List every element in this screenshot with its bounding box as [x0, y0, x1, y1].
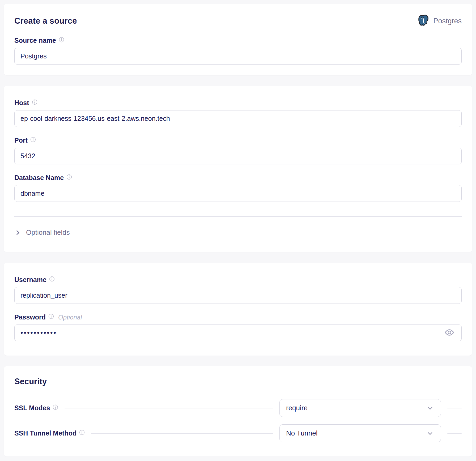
optional-fields-toggle[interactable]: Optional fields — [14, 228, 70, 237]
database-name-label-row: Database Name — [14, 174, 462, 182]
info-icon[interactable] — [59, 37, 64, 42]
source-name-field: Source name — [14, 37, 462, 65]
username-field: Username — [14, 276, 462, 304]
connection-card: Host Port Database Name — [4, 86, 472, 252]
security-heading: Security — [14, 377, 462, 386]
password-label: Password — [14, 313, 46, 321]
username-label: Username — [14, 276, 46, 284]
username-input[interactable] — [14, 287, 462, 304]
password-input-wrap — [14, 325, 462, 341]
info-icon[interactable] — [49, 276, 55, 282]
port-input[interactable] — [14, 148, 462, 164]
card-header: Create a source Postgres — [14, 14, 462, 28]
connector-badge: Postgres — [418, 14, 462, 28]
ssl-modes-label: SSL Modes — [14, 404, 50, 412]
ssh-tunnel-selected-value: No Tunnel — [286, 429, 318, 437]
info-icon[interactable] — [53, 404, 58, 410]
ssl-modes-label-row: SSL Modes — [14, 404, 58, 412]
password-field: Password Optional — [14, 313, 462, 341]
chevron-down-icon — [426, 430, 434, 437]
source-name-label: Source name — [14, 37, 56, 44]
host-input[interactable] — [14, 110, 462, 127]
source-name-label-row: Source name — [14, 37, 462, 44]
eye-icon — [444, 327, 455, 339]
info-icon[interactable] — [48, 314, 54, 319]
ssh-tunnel-rule — [91, 433, 273, 434]
ssh-tunnel-label: SSH Tunnel Method — [14, 429, 76, 437]
ssh-tunnel-select[interactable]: No Tunnel — [279, 424, 441, 442]
password-input[interactable] — [14, 325, 462, 341]
credentials-card: Username Password Optional — [4, 263, 472, 356]
ssl-modes-row: SSL Modes require — [14, 399, 462, 417]
host-label-row: Host — [14, 99, 462, 107]
page-title: Create a source — [14, 16, 77, 26]
port-label: Port — [14, 136, 28, 144]
ssh-tunnel-rule-end — [447, 433, 462, 434]
database-name-field: Database Name — [14, 174, 462, 202]
info-icon[interactable] — [79, 430, 85, 435]
info-icon[interactable] — [66, 174, 72, 180]
optional-fields-label: Optional fields — [26, 228, 70, 237]
source-name-input[interactable] — [14, 48, 462, 65]
info-icon[interactable] — [30, 137, 36, 142]
database-name-label: Database Name — [14, 174, 64, 182]
username-label-row: Username — [14, 276, 462, 284]
ssh-tunnel-row: SSH Tunnel Method No Tunnel — [14, 424, 462, 442]
ssl-modes-select[interactable]: require — [279, 399, 441, 417]
host-field: Host — [14, 99, 462, 127]
chevron-down-icon — [426, 404, 434, 412]
create-source-page: Create a source Postgres Source name — [0, 0, 476, 461]
ssl-modes-rule-end — [447, 408, 462, 408]
connector-name: Postgres — [433, 17, 462, 25]
port-label-row: Port — [14, 136, 462, 144]
database-name-input[interactable] — [14, 185, 462, 202]
password-optional-note: Optional — [58, 314, 82, 321]
postgres-elephant-icon — [418, 14, 430, 28]
ssl-modes-selected-value: require — [286, 404, 308, 412]
ssl-modes-rule — [65, 408, 273, 408]
password-label-row: Password Optional — [14, 313, 462, 321]
source-name-card: Create a source Postgres Source name — [4, 4, 472, 75]
host-label: Host — [14, 99, 29, 107]
toggle-password-visibility-button[interactable] — [444, 328, 455, 338]
ssh-tunnel-label-row: SSH Tunnel Method — [14, 429, 85, 437]
section-divider — [14, 216, 462, 217]
chevron-right-icon — [14, 229, 21, 236]
security-card: Security SSL Modes require SSH Tunnel Me… — [4, 366, 472, 456]
port-field: Port — [14, 136, 462, 164]
info-icon[interactable] — [32, 99, 37, 105]
